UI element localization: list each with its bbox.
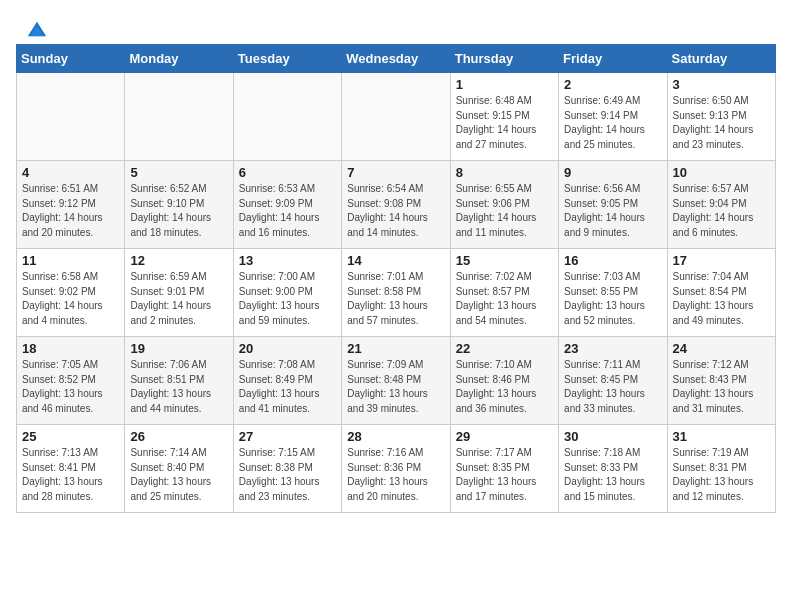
- day-number: 29: [456, 429, 553, 444]
- day-number: 19: [130, 341, 227, 356]
- day-cell-22: 22Sunrise: 7:10 AMSunset: 8:46 PMDayligh…: [450, 337, 558, 425]
- day-number: 9: [564, 165, 661, 180]
- calendar-wrapper: SundayMondayTuesdayWednesdayThursdayFrid…: [0, 44, 792, 529]
- calendar-week-row: 4Sunrise: 6:51 AMSunset: 9:12 PMDaylight…: [17, 161, 776, 249]
- calendar-week-row: 25Sunrise: 7:13 AMSunset: 8:41 PMDayligh…: [17, 425, 776, 513]
- day-info: Sunrise: 7:12 AMSunset: 8:43 PMDaylight:…: [673, 358, 770, 416]
- day-info: Sunrise: 6:49 AMSunset: 9:14 PMDaylight:…: [564, 94, 661, 152]
- day-cell-29: 29Sunrise: 7:17 AMSunset: 8:35 PMDayligh…: [450, 425, 558, 513]
- day-number: 10: [673, 165, 770, 180]
- day-info: Sunrise: 7:13 AMSunset: 8:41 PMDaylight:…: [22, 446, 119, 504]
- weekday-header-tuesday: Tuesday: [233, 45, 341, 73]
- day-cell-15: 15Sunrise: 7:02 AMSunset: 8:57 PMDayligh…: [450, 249, 558, 337]
- day-cell-18: 18Sunrise: 7:05 AMSunset: 8:52 PMDayligh…: [17, 337, 125, 425]
- day-number: 5: [130, 165, 227, 180]
- empty-cell: [125, 73, 233, 161]
- day-info: Sunrise: 7:01 AMSunset: 8:58 PMDaylight:…: [347, 270, 444, 328]
- day-number: 12: [130, 253, 227, 268]
- day-info: Sunrise: 6:52 AMSunset: 9:10 PMDaylight:…: [130, 182, 227, 240]
- day-cell-25: 25Sunrise: 7:13 AMSunset: 8:41 PMDayligh…: [17, 425, 125, 513]
- day-number: 25: [22, 429, 119, 444]
- day-cell-30: 30Sunrise: 7:18 AMSunset: 8:33 PMDayligh…: [559, 425, 667, 513]
- weekday-header-wednesday: Wednesday: [342, 45, 450, 73]
- day-number: 21: [347, 341, 444, 356]
- day-cell-19: 19Sunrise: 7:06 AMSunset: 8:51 PMDayligh…: [125, 337, 233, 425]
- logo-icon: [26, 18, 48, 40]
- weekday-header-monday: Monday: [125, 45, 233, 73]
- day-cell-1: 1Sunrise: 6:48 AMSunset: 9:15 PMDaylight…: [450, 73, 558, 161]
- day-number: 3: [673, 77, 770, 92]
- weekday-header-saturday: Saturday: [667, 45, 775, 73]
- day-info: Sunrise: 7:14 AMSunset: 8:40 PMDaylight:…: [130, 446, 227, 504]
- day-info: Sunrise: 7:08 AMSunset: 8:49 PMDaylight:…: [239, 358, 336, 416]
- day-cell-8: 8Sunrise: 6:55 AMSunset: 9:06 PMDaylight…: [450, 161, 558, 249]
- day-number: 28: [347, 429, 444, 444]
- day-info: Sunrise: 7:10 AMSunset: 8:46 PMDaylight:…: [456, 358, 553, 416]
- calendar-week-row: 1Sunrise: 6:48 AMSunset: 9:15 PMDaylight…: [17, 73, 776, 161]
- day-number: 27: [239, 429, 336, 444]
- day-info: Sunrise: 7:02 AMSunset: 8:57 PMDaylight:…: [456, 270, 553, 328]
- day-number: 23: [564, 341, 661, 356]
- day-cell-6: 6Sunrise: 6:53 AMSunset: 9:09 PMDaylight…: [233, 161, 341, 249]
- day-cell-27: 27Sunrise: 7:15 AMSunset: 8:38 PMDayligh…: [233, 425, 341, 513]
- day-cell-21: 21Sunrise: 7:09 AMSunset: 8:48 PMDayligh…: [342, 337, 450, 425]
- day-number: 20: [239, 341, 336, 356]
- day-info: Sunrise: 7:00 AMSunset: 9:00 PMDaylight:…: [239, 270, 336, 328]
- day-number: 22: [456, 341, 553, 356]
- day-number: 16: [564, 253, 661, 268]
- day-number: 2: [564, 77, 661, 92]
- day-info: Sunrise: 7:09 AMSunset: 8:48 PMDaylight:…: [347, 358, 444, 416]
- day-number: 31: [673, 429, 770, 444]
- calendar-week-row: 18Sunrise: 7:05 AMSunset: 8:52 PMDayligh…: [17, 337, 776, 425]
- day-number: 14: [347, 253, 444, 268]
- day-number: 13: [239, 253, 336, 268]
- day-info: Sunrise: 7:17 AMSunset: 8:35 PMDaylight:…: [456, 446, 553, 504]
- day-cell-12: 12Sunrise: 6:59 AMSunset: 9:01 PMDayligh…: [125, 249, 233, 337]
- day-number: 18: [22, 341, 119, 356]
- page-header: [0, 0, 792, 44]
- day-info: Sunrise: 7:15 AMSunset: 8:38 PMDaylight:…: [239, 446, 336, 504]
- day-cell-2: 2Sunrise: 6:49 AMSunset: 9:14 PMDaylight…: [559, 73, 667, 161]
- weekday-header-friday: Friday: [559, 45, 667, 73]
- day-cell-31: 31Sunrise: 7:19 AMSunset: 8:31 PMDayligh…: [667, 425, 775, 513]
- day-cell-3: 3Sunrise: 6:50 AMSunset: 9:13 PMDaylight…: [667, 73, 775, 161]
- day-info: Sunrise: 7:06 AMSunset: 8:51 PMDaylight:…: [130, 358, 227, 416]
- day-number: 6: [239, 165, 336, 180]
- day-cell-9: 9Sunrise: 6:56 AMSunset: 9:05 PMDaylight…: [559, 161, 667, 249]
- day-cell-11: 11Sunrise: 6:58 AMSunset: 9:02 PMDayligh…: [17, 249, 125, 337]
- day-cell-14: 14Sunrise: 7:01 AMSunset: 8:58 PMDayligh…: [342, 249, 450, 337]
- day-cell-13: 13Sunrise: 7:00 AMSunset: 9:00 PMDayligh…: [233, 249, 341, 337]
- weekday-header-row: SundayMondayTuesdayWednesdayThursdayFrid…: [17, 45, 776, 73]
- day-info: Sunrise: 6:53 AMSunset: 9:09 PMDaylight:…: [239, 182, 336, 240]
- day-number: 30: [564, 429, 661, 444]
- calendar-table: SundayMondayTuesdayWednesdayThursdayFrid…: [16, 44, 776, 513]
- day-number: 11: [22, 253, 119, 268]
- day-info: Sunrise: 7:05 AMSunset: 8:52 PMDaylight:…: [22, 358, 119, 416]
- day-cell-4: 4Sunrise: 6:51 AMSunset: 9:12 PMDaylight…: [17, 161, 125, 249]
- day-info: Sunrise: 6:58 AMSunset: 9:02 PMDaylight:…: [22, 270, 119, 328]
- day-number: 17: [673, 253, 770, 268]
- day-number: 4: [22, 165, 119, 180]
- day-cell-16: 16Sunrise: 7:03 AMSunset: 8:55 PMDayligh…: [559, 249, 667, 337]
- day-info: Sunrise: 6:54 AMSunset: 9:08 PMDaylight:…: [347, 182, 444, 240]
- day-info: Sunrise: 6:50 AMSunset: 9:13 PMDaylight:…: [673, 94, 770, 152]
- empty-cell: [17, 73, 125, 161]
- day-cell-5: 5Sunrise: 6:52 AMSunset: 9:10 PMDaylight…: [125, 161, 233, 249]
- day-info: Sunrise: 6:48 AMSunset: 9:15 PMDaylight:…: [456, 94, 553, 152]
- logo: [24, 18, 48, 36]
- calendar-week-row: 11Sunrise: 6:58 AMSunset: 9:02 PMDayligh…: [17, 249, 776, 337]
- day-number: 1: [456, 77, 553, 92]
- empty-cell: [342, 73, 450, 161]
- day-number: 15: [456, 253, 553, 268]
- day-number: 24: [673, 341, 770, 356]
- day-number: 26: [130, 429, 227, 444]
- weekday-header-sunday: Sunday: [17, 45, 125, 73]
- day-cell-17: 17Sunrise: 7:04 AMSunset: 8:54 PMDayligh…: [667, 249, 775, 337]
- day-info: Sunrise: 7:11 AMSunset: 8:45 PMDaylight:…: [564, 358, 661, 416]
- day-cell-28: 28Sunrise: 7:16 AMSunset: 8:36 PMDayligh…: [342, 425, 450, 513]
- empty-cell: [233, 73, 341, 161]
- day-info: Sunrise: 6:57 AMSunset: 9:04 PMDaylight:…: [673, 182, 770, 240]
- day-info: Sunrise: 6:51 AMSunset: 9:12 PMDaylight:…: [22, 182, 119, 240]
- day-cell-24: 24Sunrise: 7:12 AMSunset: 8:43 PMDayligh…: [667, 337, 775, 425]
- day-info: Sunrise: 6:56 AMSunset: 9:05 PMDaylight:…: [564, 182, 661, 240]
